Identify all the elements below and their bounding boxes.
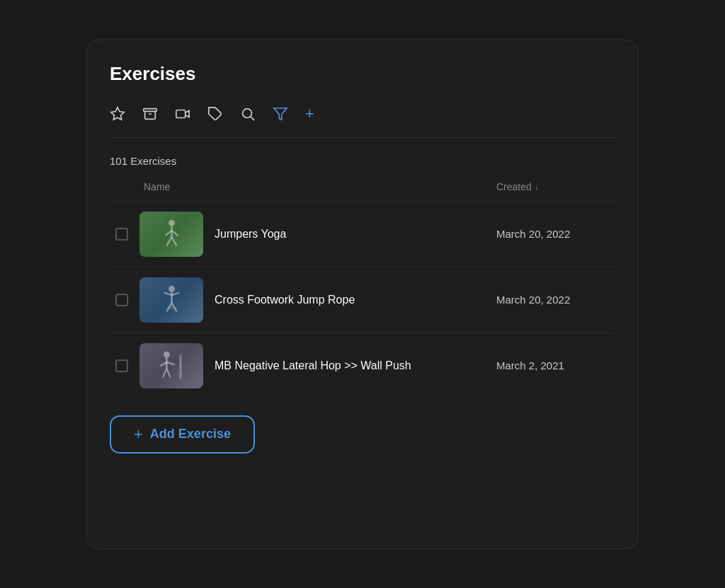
svg-line-13 — [171, 237, 176, 246]
svg-marker-7 — [274, 108, 287, 120]
table-row: MB Negative Lateral Hop >> Wall Push Mar… — [110, 333, 615, 398]
exercise-name-2: Cross Footwork Jump Rope — [215, 294, 485, 306]
svg-rect-3 — [176, 110, 185, 117]
search-icon[interactable] — [240, 106, 256, 122]
svg-line-17 — [171, 293, 179, 296]
exercise-date-1: March 20, 2022 — [496, 228, 610, 240]
svg-line-12 — [166, 237, 171, 246]
add-button-row: + Add Exercise — [110, 398, 615, 473]
add-button-label: Add Exercise — [150, 427, 231, 442]
add-exercise-button[interactable]: + Add Exercise — [110, 415, 255, 454]
exercise-thumbnail-1 — [139, 212, 203, 257]
tag-icon[interactable] — [207, 106, 223, 122]
exercise-date-3: March 2, 2021 — [496, 359, 610, 371]
svg-rect-1 — [144, 108, 156, 111]
exercises-panel: Exercises — [86, 40, 639, 549]
table-header: Name Created ↓ — [110, 181, 615, 201]
row-checkbox-3[interactable] — [115, 359, 128, 372]
svg-point-5 — [243, 108, 252, 117]
toolbar: + — [110, 105, 615, 123]
sort-arrow-icon: ↓ — [535, 182, 539, 192]
exercise-list: Jumpers Yoga March 20, 2022 — [110, 201, 615, 398]
table-row: Jumpers Yoga March 20, 2022 — [110, 201, 615, 267]
count-label: 101 Exercises — [110, 155, 615, 167]
row-checkbox-2[interactable] — [115, 294, 128, 306]
svg-rect-27 — [179, 354, 182, 379]
exercise-name-1: Jumpers Yoga — [215, 228, 485, 241]
exercise-thumbnail-2 — [139, 277, 203, 323]
toolbar-divider — [110, 137, 615, 138]
filter-icon[interactable] — [273, 106, 288, 122]
svg-line-16 — [164, 293, 171, 296]
svg-line-25 — [162, 369, 166, 378]
svg-point-20 — [166, 306, 176, 309]
add-icon[interactable]: + — [305, 105, 314, 123]
svg-point-21 — [163, 352, 169, 358]
table-row: Cross Footwork Jump Rope March 20, 2022 — [110, 267, 615, 333]
svg-point-14 — [169, 286, 175, 292]
row-checkbox-1[interactable] — [115, 228, 128, 241]
exercise-thumbnail-3 — [139, 343, 203, 388]
video-icon[interactable] — [175, 106, 190, 122]
star-icon[interactable] — [110, 106, 125, 122]
svg-line-6 — [251, 117, 254, 120]
header-name: Name — [144, 181, 496, 192]
svg-marker-0 — [111, 107, 124, 119]
exercise-name-3: MB Negative Lateral Hop >> Wall Push — [215, 359, 485, 372]
svg-line-24 — [166, 362, 175, 365]
svg-point-8 — [169, 220, 175, 226]
exercise-date-2: March 20, 2022 — [496, 294, 610, 306]
page-title: Exercises — [110, 63, 615, 85]
svg-line-26 — [166, 369, 170, 378]
header-created[interactable]: Created ↓ — [496, 181, 610, 192]
add-plus-icon: + — [134, 427, 143, 442]
archive-icon[interactable] — [142, 106, 158, 122]
